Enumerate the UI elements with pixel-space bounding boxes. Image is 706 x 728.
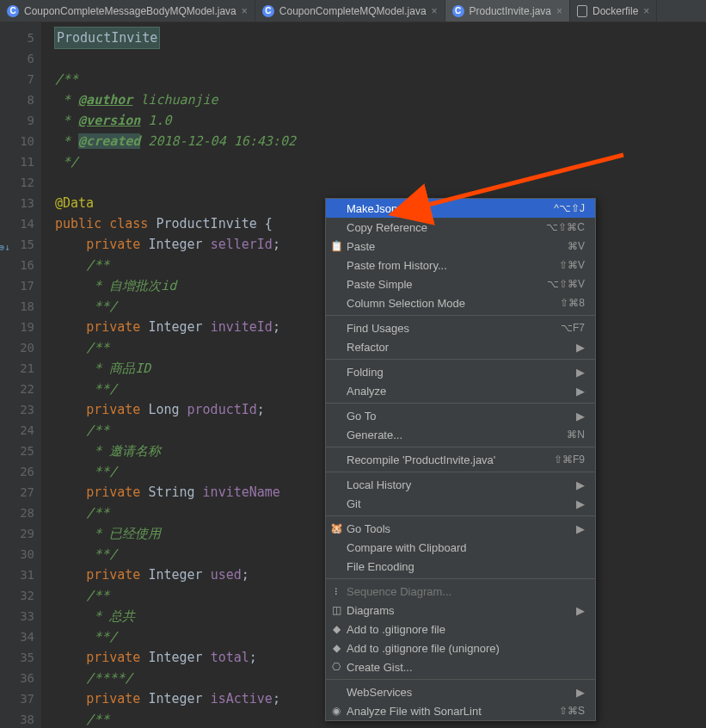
gutter-line: 21: [0, 358, 34, 379]
menu-item-paste[interactable]: 📋Paste⌘V: [326, 237, 595, 256]
gutter-line: 5: [0, 28, 34, 48]
menu-item-add-to-gitignore-file-unignore-[interactable]: ◆Add to .gitignore file (unignore): [326, 639, 595, 657]
gutter-line: 36: [0, 668, 34, 688]
menu-item-webservices[interactable]: WebServices▶: [326, 682, 595, 701]
submenu-arrow-icon: ▶: [576, 604, 585, 617]
gutter: 56789101112131415⊕↓161718192021222324252…: [0, 22, 41, 728]
close-icon[interactable]: ×: [432, 5, 438, 17]
menu-shortcut: ⌘V: [568, 240, 585, 252]
gutter-line: 29: [0, 523, 34, 544]
menu-shortcut: ⌥⇧⌘C: [546, 221, 585, 233]
gutter-line: 15⊕↓: [0, 234, 34, 255]
menu-shortcut: ⇧⌘F9: [554, 453, 585, 466]
gutter-line: 26: [0, 461, 34, 482]
menu-separator: [326, 447, 595, 447]
menu-item-label: Analyze File with SonarLint: [347, 705, 559, 718]
menu-separator: [326, 472, 595, 472]
menu-item-makejson[interactable]: MakeJson^⌥⇧J: [326, 199, 595, 218]
close-icon[interactable]: ×: [242, 5, 248, 17]
gutter-line: 8: [0, 89, 34, 110]
code-line[interactable]: [41, 48, 706, 69]
menu-item-label: Refactor: [347, 341, 576, 354]
menu-item-generate-[interactable]: Generate...⌘N: [326, 425, 595, 444]
menu-item-label: Diagrams: [347, 604, 576, 617]
menu-item-find-usages[interactable]: Find Usages⌥F7: [326, 318, 595, 337]
menu-item-create-gist-[interactable]: ⎔Create Gist...: [326, 657, 595, 676]
file-icon: [577, 5, 587, 17]
menu-item-label: Generate...: [347, 429, 567, 441]
java-class-icon: C: [262, 5, 274, 17]
menu-item-label: Git: [347, 497, 576, 510]
code-line[interactable]: /**: [41, 69, 706, 89]
menu-item-label: Local History: [347, 478, 576, 491]
menu-item-label: Folding: [347, 366, 576, 379]
gutter-line: 23: [0, 399, 34, 420]
tab-couponcompletemqmodel-java[interactable]: CCouponCompleteMQModel.java×: [255, 0, 445, 22]
menu-item-label: WebServices: [347, 686, 576, 699]
menu-item-go-to[interactable]: Go To▶: [326, 406, 595, 425]
code-line[interactable]: */: [41, 151, 706, 172]
code-line[interactable]: ProductInvite: [41, 28, 706, 48]
gutter-line: 18: [0, 296, 34, 317]
menu-item-analyze-file-with-sonarlint[interactable]: ◉Analyze File with SonarLint⇧⌘S: [326, 701, 595, 720]
gist-icon: ⎔: [329, 660, 343, 674]
gutter-line: 37: [0, 688, 34, 709]
menu-item-git[interactable]: Git▶: [326, 494, 595, 513]
menu-item-column-selection-mode[interactable]: Column Selection Mode⇧⌘8: [326, 293, 595, 312]
gutter-line: 34: [0, 626, 34, 647]
gutter-line: 20: [0, 337, 34, 358]
menu-shortcut: ⇧⌘V: [559, 259, 585, 271]
submenu-arrow-icon: ▶: [576, 410, 585, 423]
submenu-arrow-icon: ▶: [576, 522, 585, 535]
gutter-line: 6: [0, 48, 34, 69]
tab-label: CouponCompleteMQModel.java: [279, 5, 427, 17]
gutter-line: 27: [0, 482, 34, 503]
gutter-line: 32: [0, 585, 34, 606]
tab-productinvite-java[interactable]: CProductInvite.java×: [445, 0, 570, 22]
seq-icon: ⫶: [329, 584, 343, 598]
menu-item-paste-from-history-[interactable]: Paste from History...⇧⌘V: [326, 256, 595, 275]
close-icon[interactable]: ×: [556, 5, 562, 17]
gutter-line: 22: [0, 379, 34, 399]
menu-item-local-history[interactable]: Local History▶: [326, 475, 595, 494]
menu-separator: [326, 578, 595, 579]
tab-dockerfile[interactable]: Dockerfile×: [570, 0, 657, 22]
gutter-line: 7: [0, 69, 34, 89]
menu-item-analyze[interactable]: Analyze▶: [326, 381, 595, 400]
submenu-arrow-icon: ▶: [576, 686, 585, 699]
menu-item-diagrams[interactable]: ◫Diagrams▶: [326, 601, 595, 620]
code-line[interactable]: * @version 1.0: [41, 110, 706, 131]
menu-item-label: Paste: [347, 240, 568, 253]
menu-item-compare-with-clipboard[interactable]: Compare with Clipboard: [326, 538, 595, 557]
submenu-arrow-icon: ▶: [576, 478, 585, 491]
menu-item-label: File Encoding: [347, 560, 585, 573]
menu-shortcut: ⇧⌘8: [560, 297, 585, 309]
git-icon: ◆: [329, 622, 343, 636]
menu-item-copy-reference[interactable]: Copy Reference⌥⇧⌘C: [326, 218, 595, 237]
menu-item-paste-simple[interactable]: Paste Simple⌥⇧⌘V: [326, 275, 595, 293]
code-line[interactable]: * @created 2018-12-04 16:43:02: [41, 131, 706, 151]
menu-item-recompile-productinvite-java-[interactable]: Recompile 'ProductInvite.java'⇧⌘F9: [326, 450, 595, 469]
menu-item-file-encoding[interactable]: File Encoding: [326, 557, 595, 576]
menu-item-label: Analyze: [347, 385, 576, 398]
tab-couponcompletemessagebodymqmodel-java[interactable]: CCouponCompleteMessageBodyMQModel.java×: [0, 0, 255, 22]
menu-separator: [326, 359, 595, 360]
menu-item-folding[interactable]: Folding▶: [326, 362, 595, 381]
menu-item-label: Column Selection Mode: [347, 297, 560, 310]
sonar-icon: ◉: [329, 704, 343, 718]
close-icon[interactable]: ×: [643, 5, 649, 17]
gutter-line: 25: [0, 441, 34, 461]
menu-item-add-to-gitignore-file[interactable]: ◆Add to .gitignore file: [326, 620, 595, 639]
menu-item-refactor[interactable]: Refactor▶: [326, 337, 595, 356]
paste-icon: 📋: [329, 239, 343, 253]
submenu-arrow-icon: ▶: [576, 385, 585, 398]
gutter-line: 9: [0, 110, 34, 131]
menu-separator: [326, 679, 595, 680]
implements-gutter-icon[interactable]: ⊕↓: [0, 238, 10, 250]
editor-tabs: CCouponCompleteMessageBodyMQModel.java×C…: [0, 0, 706, 22]
go-icon: 🐹: [329, 521, 343, 535]
code-line[interactable]: [41, 172, 706, 193]
gutter-line: 28: [0, 503, 34, 523]
code-line[interactable]: * @author lichuanjie: [41, 89, 706, 110]
menu-item-go-tools[interactable]: 🐹Go Tools▶: [326, 519, 595, 538]
